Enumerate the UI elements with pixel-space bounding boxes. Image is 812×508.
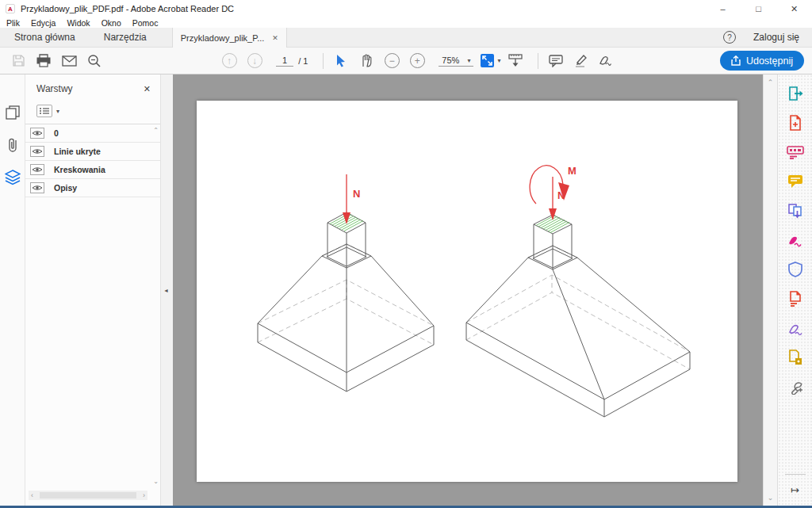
layer-label: Kreskowania: [54, 165, 105, 174]
more-tools-icon[interactable]: [786, 377, 805, 396]
layer-label: Linie ukryte: [54, 147, 101, 156]
create-pdf-icon[interactable]: [786, 113, 805, 132]
highlighter-tool-icon[interactable]: [571, 52, 592, 71]
email-icon[interactable]: [59, 52, 79, 71]
tab-document-label: Przykladowy_plik_P...: [181, 33, 265, 43]
share-icon: [731, 55, 741, 66]
arrow-down-icon: ↓: [247, 53, 262, 68]
layer-row-2[interactable]: Kreskowania: [25, 161, 160, 179]
minimize-button[interactable]: –: [705, 0, 741, 17]
scrolling-mode-icon[interactable]: [505, 52, 526, 71]
layers-panel-title: Warstwy: [36, 83, 73, 94]
layers-icon[interactable]: [3, 168, 22, 187]
layer-options-icon[interactable]: [36, 105, 52, 117]
right-footing-figure: N M: [466, 165, 690, 417]
layer-row-3[interactable]: Opisy: [25, 179, 160, 197]
tab-document[interactable]: Przykladowy_plik_P... ✕: [172, 28, 287, 48]
eye-icon[interactable]: [30, 146, 44, 157]
panel-scroll-down-icon[interactable]: ⌄: [153, 478, 159, 485]
search-icon[interactable]: [84, 52, 105, 71]
collapse-panel-icon[interactable]: ◄: [163, 288, 169, 293]
window-title: Przykladowy_plik_PDF.pdf - Adobe Acrobat…: [21, 4, 234, 13]
certificates-icon[interactable]: [786, 319, 805, 338]
attachments-icon[interactable]: [3, 136, 22, 155]
selection-tool-icon[interactable]: [331, 52, 351, 71]
layers-panel: Warstwy ✕ ▾ 0 Linie ukryte: [25, 74, 160, 506]
main-toolbar: ↑ ↓ 1 / 1 − + 75% ▾ ▾: [0, 48, 812, 74]
zoom-out-button[interactable]: −: [381, 52, 402, 71]
caret-down-icon: ▾: [497, 57, 500, 64]
scroll-up-icon[interactable]: ⌃: [768, 78, 774, 86]
tab-home[interactable]: Strona główna: [0, 28, 90, 47]
organize-pages-icon[interactable]: [786, 348, 805, 367]
caret-down-icon: ▾: [467, 57, 470, 64]
scroll-left-icon[interactable]: ‹: [31, 491, 33, 499]
save-icon[interactable]: [8, 52, 29, 71]
minus-icon: −: [385, 53, 400, 68]
maximize-button[interactable]: □: [741, 0, 776, 17]
left-force-label: N: [353, 188, 360, 200]
caret-down-icon[interactable]: ▾: [56, 108, 59, 115]
menu-plik[interactable]: Plik: [6, 18, 20, 28]
share-button[interactable]: Udostępnij: [720, 51, 804, 71]
tab-bar: Strona główna Narzędzia Przykladowy_plik…: [0, 28, 812, 48]
share-button-label: Udostępnij: [746, 55, 793, 67]
toolbar-separator: [538, 53, 538, 69]
panel-collapse-strip[interactable]: ◄: [160, 74, 173, 506]
zoom-level-value: 75%: [442, 55, 459, 65]
pdf-page[interactable]: N: [197, 101, 737, 482]
document-vertical-scrollbar[interactable]: ⌃ ⌄: [763, 74, 777, 506]
panel-horizontal-scrollbar[interactable]: ‹ ›: [29, 491, 147, 500]
tab-tools[interactable]: Narzędzia: [90, 28, 161, 47]
scrollbar-thumb[interactable]: [40, 492, 136, 498]
layers-panel-close-icon[interactable]: ✕: [144, 84, 151, 94]
menu-widok[interactable]: Widok: [67, 18, 90, 28]
layer-row-1[interactable]: Linie ukryte: [25, 143, 160, 161]
foundation-drawing: N: [197, 101, 737, 482]
menu-pomoc[interactable]: Pomoc: [132, 18, 159, 28]
eye-icon[interactable]: [30, 164, 44, 175]
fill-sign-tool-icon[interactable]: [596, 52, 617, 71]
compress-pdf-icon[interactable]: [786, 289, 805, 308]
combine-files-icon[interactable]: [786, 201, 805, 220]
page-thumbnails-icon[interactable]: [3, 103, 22, 122]
rail-divider: [785, 474, 806, 475]
page-number-input[interactable]: 1: [276, 55, 293, 67]
sign-in-link[interactable]: Zaloguj się: [753, 32, 799, 43]
menu-bar: Plik Edycja Widok Okno Pomoc: [0, 17, 812, 28]
edit-pdf-icon[interactable]: [786, 143, 805, 162]
zoom-in-button[interactable]: +: [407, 52, 427, 71]
print-icon[interactable]: [33, 52, 54, 71]
document-canvas[interactable]: N: [173, 74, 763, 506]
comment-tool-icon[interactable]: [546, 52, 566, 71]
scroll-down-icon[interactable]: ⌄: [768, 494, 774, 502]
layer-label: 0: [54, 128, 59, 138]
close-button[interactable]: ✕: [776, 0, 812, 17]
panel-scroll-up-icon[interactable]: ⌃: [153, 127, 159, 134]
hand-tool-icon[interactable]: [356, 52, 377, 71]
scroll-right-icon[interactable]: ›: [143, 491, 145, 499]
layer-row-0[interactable]: 0: [25, 124, 160, 143]
acrobat-logo-icon: A: [6, 4, 15, 13]
export-pdf-icon[interactable]: [786, 84, 805, 103]
protect-icon[interactable]: [786, 260, 805, 279]
fill-sign-icon[interactable]: [786, 231, 805, 250]
tools-rail: ↦: [777, 74, 812, 506]
left-footing-figure: N: [258, 174, 434, 392]
menu-okno[interactable]: Okno: [102, 18, 121, 28]
eye-icon[interactable]: [30, 182, 44, 193]
fit-page-button[interactable]: ▾: [480, 52, 500, 71]
acrobat-window: A Przykladowy_plik_PDF.pdf - Adobe Acrob…: [0, 0, 812, 508]
menu-edycja[interactable]: Edycja: [31, 18, 56, 28]
layer-label: Opisy: [54, 183, 77, 193]
eye-icon[interactable]: [30, 128, 44, 139]
comment-icon[interactable]: [786, 172, 805, 191]
previous-page-button[interactable]: ↑: [219, 52, 239, 71]
zoom-level-select[interactable]: 75% ▾: [439, 55, 473, 67]
help-icon[interactable]: ?: [723, 31, 736, 44]
toolbar-separator: [323, 53, 324, 69]
left-navigation-rail: [0, 74, 25, 506]
expand-tools-panel-icon[interactable]: ↦: [791, 484, 799, 496]
tab-close-icon[interactable]: ✕: [272, 34, 278, 42]
next-page-button[interactable]: ↓: [244, 52, 265, 71]
